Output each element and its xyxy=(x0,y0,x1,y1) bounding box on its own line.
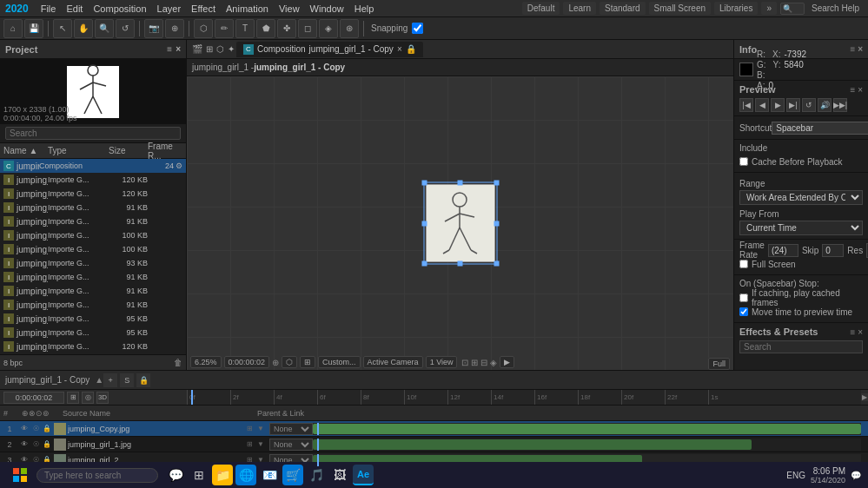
tl-eye-icon[interactable]: 👁 xyxy=(19,424,30,434)
if-caching-checkbox[interactable] xyxy=(739,293,748,302)
handle-mr[interactable] xyxy=(494,221,499,226)
project-search-input[interactable] xyxy=(5,127,181,140)
handle-tl[interactable] xyxy=(421,181,427,186)
tl-solo-btn[interactable]: S xyxy=(120,373,134,387)
snap-checkbox[interactable] xyxy=(412,23,423,34)
handle-tr[interactable] xyxy=(494,181,499,186)
camera-tool[interactable]: 📷 xyxy=(144,19,163,38)
tl-rulers-btn[interactable]: ⊞ xyxy=(67,392,79,404)
camera-btn[interactable]: Active Camera xyxy=(363,356,423,368)
start-button[interactable] xyxy=(7,465,33,485)
tl-draft-3d-btn[interactable]: 3D xyxy=(96,392,109,404)
prev-frame-btn[interactable]: ◀ xyxy=(755,98,769,112)
tl-parent-select[interactable]: None xyxy=(269,423,313,435)
effects-panel-close[interactable]: ≡ × xyxy=(851,327,863,337)
puppet-tool[interactable]: ⊛ xyxy=(340,19,359,38)
time-display-btn[interactable]: 0:00:00:02 xyxy=(224,356,270,368)
timeline-scroll-right[interactable]: ▶ xyxy=(861,393,868,401)
selection-tool[interactable]: ↖ xyxy=(53,19,72,38)
tl-add-layer-btn[interactable]: + xyxy=(103,373,117,387)
taskbar-store-icon[interactable]: 🛒 xyxy=(282,465,303,485)
tl-switch-ctrl[interactable]: ⊞ xyxy=(244,424,255,434)
effects-search-input[interactable] xyxy=(739,340,863,353)
next-frame-btn[interactable]: ▶| xyxy=(786,98,800,112)
custom-view-btn[interactable]: Custom... xyxy=(318,356,361,368)
transparency-grid-btn[interactable]: ⊞ xyxy=(300,356,315,368)
pan-tool[interactable]: ⊕ xyxy=(165,19,184,38)
handle-bm[interactable] xyxy=(458,261,463,267)
tl-solo-icon[interactable]: ☉ xyxy=(30,424,41,434)
list-item[interactable]: I jumping_1.jpg Importe G... 120 KB xyxy=(0,187,186,201)
timeline-expand-icon[interactable]: ▲ xyxy=(95,375,103,385)
home-button[interactable]: ⌂ xyxy=(3,19,23,38)
frame-rate-input[interactable] xyxy=(768,244,798,257)
taskbar-mail-icon[interactable]: 📧 xyxy=(259,465,280,485)
workspace-learn[interactable]: Learn xyxy=(563,2,596,15)
workspace-more[interactable]: » xyxy=(761,2,777,15)
handle-ml[interactable] xyxy=(421,221,427,226)
list-item[interactable]: I jumping_py.jpg Importe G... 91 KB xyxy=(0,298,186,312)
loop-btn[interactable]: ↺ xyxy=(802,98,816,112)
grid-btn[interactable]: ⊞ xyxy=(471,358,478,367)
list-item[interactable]: I jumping_13.jpg Importe G... 91 KB xyxy=(0,284,186,298)
full-screen-checkbox[interactable] xyxy=(739,260,748,268)
list-item[interactable]: I jumping_py.jpg Importe G... 91 KB xyxy=(0,270,186,284)
tl-time-btn[interactable]: 0:00:00:02 xyxy=(3,392,64,404)
taskbar-edge-icon[interactable]: 🌐 xyxy=(235,465,256,485)
menu-help[interactable]: Help xyxy=(349,0,380,17)
workspace-small-screen[interactable]: Small Screen xyxy=(649,2,711,15)
tl-switch-ctrl[interactable]: ⊞ xyxy=(244,439,255,450)
taskbar-cortana-icon[interactable]: 💬 xyxy=(165,465,186,485)
handle-tm[interactable] xyxy=(458,181,463,186)
taskbar-task-view-icon[interactable]: ⊞ xyxy=(189,465,209,485)
tl-markers-btn[interactable]: ◎ xyxy=(82,392,94,404)
workspace-standard[interactable]: Standard xyxy=(600,2,646,15)
menu-file[interactable]: File xyxy=(36,0,62,17)
list-item[interactable]: I jumping_py.jpg Importe G... 95 KB xyxy=(0,326,186,340)
tl-lock-icon[interactable]: 🔒 xyxy=(42,424,52,434)
tl-track[interactable] xyxy=(313,423,861,435)
taskbar-explorer-icon[interactable]: 📁 xyxy=(212,465,233,485)
play-btn[interactable]: ▶ xyxy=(771,98,785,112)
mask-tool[interactable]: ⬡ xyxy=(194,19,213,38)
list-item[interactable]: I jumping_py.jpg Importe G... 100 KB xyxy=(0,228,186,242)
last-frame-btn[interactable]: ▶▶| xyxy=(833,98,847,112)
tl-layer[interactable]: 1 👁 ☉ 🔒 jumping_Copy.jpg ⊞ ▼ None xyxy=(0,421,868,437)
handle-br[interactable] xyxy=(494,261,499,267)
magnification-btn[interactable]: 6.25% xyxy=(190,356,222,368)
search-box-mini[interactable]: 🔍 xyxy=(780,3,805,15)
list-item[interactable]: C jumping_Copy Composition 24 ⚙ xyxy=(0,159,186,173)
handle-bl[interactable] xyxy=(421,261,427,267)
tl-lock-btn[interactable]: 🔒 xyxy=(136,373,150,387)
list-item[interactable]: I jumping_10.jpg Importe G... 91 KB xyxy=(0,214,186,228)
project-panel-menu[interactable]: ≡ xyxy=(167,44,172,54)
workspace-libraries[interactable]: Libraries xyxy=(714,2,758,15)
list-item[interactable]: I jumping_12.jpg Importe G... 93 KB xyxy=(0,256,186,270)
menu-window[interactable]: Window xyxy=(305,0,349,17)
skip-input[interactable] xyxy=(822,244,844,257)
comp-tab-lock[interactable]: 🔒 xyxy=(406,44,416,54)
menu-layer[interactable]: Layer xyxy=(152,0,187,17)
col-header-size[interactable]: Size xyxy=(109,146,148,155)
comp-tab-close[interactable]: × xyxy=(397,44,402,54)
menu-edit[interactable]: Edit xyxy=(61,0,88,17)
shortcut-input[interactable] xyxy=(772,122,868,135)
color-swatch[interactable] xyxy=(739,63,753,76)
col-header-type[interactable]: Type xyxy=(48,146,109,155)
save-button[interactable]: 💾 xyxy=(24,19,43,38)
col-header-name[interactable]: Name ▲ xyxy=(3,146,48,155)
col-header-frame[interactable]: Frame R... xyxy=(148,142,182,161)
timeline-ruler-track[interactable]: 0f 2f 4f 6f 8f 10f 12f 14f 16f 18f 20f 2… xyxy=(187,390,861,406)
tl-track[interactable] xyxy=(313,439,861,451)
pen-tool[interactable]: ✏ xyxy=(215,19,234,38)
brush-tool[interactable]: ⬟ xyxy=(256,19,275,38)
list-item[interactable]: I jumping_11.jpg Importe G... 100 KB xyxy=(0,242,186,256)
comp-tab-active[interactable]: C Composition jumping_girl_1 - Copy × 🔒 xyxy=(236,42,423,57)
play-from-select[interactable]: Current Time xyxy=(739,221,863,235)
region-of-interest-btn[interactable]: ⬡ xyxy=(282,356,297,368)
project-panel-close[interactable]: × xyxy=(176,44,181,54)
preview-panel-close[interactable]: ≡ × xyxy=(851,85,863,95)
first-frame-btn[interactable]: |◀ xyxy=(739,98,753,112)
taskbar-language-icon[interactable]: ENG xyxy=(786,471,805,480)
workspace-default[interactable]: Default xyxy=(522,2,560,15)
